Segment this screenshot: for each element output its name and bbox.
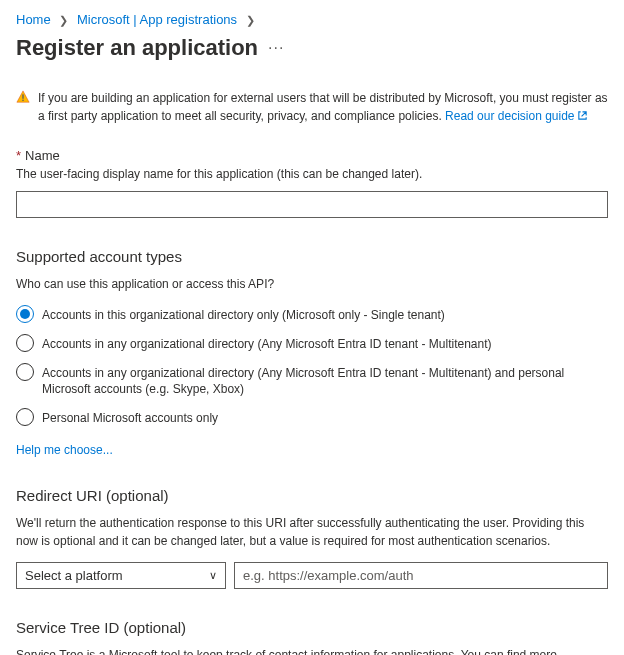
warning-icon — [16, 90, 30, 109]
redirect-uri-description: We'll return the authentication response… — [16, 514, 608, 550]
help-me-choose-link[interactable]: Help me choose... — [16, 443, 113, 457]
service-tree-description: Service Tree is a Microsoft tool to keep… — [16, 646, 608, 655]
account-types-question: Who can use this application or access t… — [16, 275, 608, 293]
radio-label: Accounts in this organizational director… — [42, 305, 445, 324]
svg-rect-1 — [22, 100, 23, 101]
external-link-icon — [577, 108, 588, 126]
name-label: *Name — [16, 148, 608, 163]
radio-label: Personal Microsoft accounts only — [42, 408, 218, 427]
name-input[interactable] — [16, 191, 608, 218]
radio-icon — [16, 305, 34, 323]
radio-icon — [16, 408, 34, 426]
account-type-single-tenant[interactable]: Accounts in this organizational director… — [16, 305, 608, 324]
breadcrumb: Home ❯ Microsoft | App registrations ❯ — [16, 12, 608, 27]
required-indicator: * — [16, 148, 21, 163]
account-type-personal-only[interactable]: Personal Microsoft accounts only — [16, 408, 608, 427]
decision-guide-link[interactable]: Read our decision guide — [445, 109, 587, 123]
name-description: The user-facing display name for this ap… — [16, 167, 608, 181]
radio-icon — [16, 363, 34, 381]
svg-rect-0 — [22, 94, 23, 98]
redirect-uri-input[interactable] — [234, 562, 608, 589]
warning-banner: If you are building an application for e… — [16, 89, 608, 126]
service-tree-title: Service Tree ID (optional) — [16, 619, 608, 636]
account-type-multitenant[interactable]: Accounts in any organizational directory… — [16, 334, 608, 353]
breadcrumb-app-registrations[interactable]: Microsoft | App registrations — [77, 12, 237, 27]
platform-select-label: Select a platform — [25, 568, 123, 583]
chevron-right-icon: ❯ — [59, 14, 68, 26]
account-type-multitenant-personal[interactable]: Accounts in any organizational directory… — [16, 363, 608, 399]
radio-label: Accounts in any organizational directory… — [42, 334, 492, 353]
more-actions-button[interactable]: ··· — [268, 40, 284, 56]
chevron-down-icon: ∨ — [209, 569, 217, 582]
chevron-right-icon: ❯ — [246, 14, 255, 26]
redirect-uri-title: Redirect URI (optional) — [16, 487, 608, 504]
radio-icon — [16, 334, 34, 352]
radio-label: Accounts in any organizational directory… — [42, 363, 608, 399]
page-title: Register an application — [16, 35, 258, 61]
breadcrumb-home[interactable]: Home — [16, 12, 51, 27]
account-types-title: Supported account types — [16, 248, 608, 265]
platform-select[interactable]: Select a platform ∨ — [16, 562, 226, 589]
